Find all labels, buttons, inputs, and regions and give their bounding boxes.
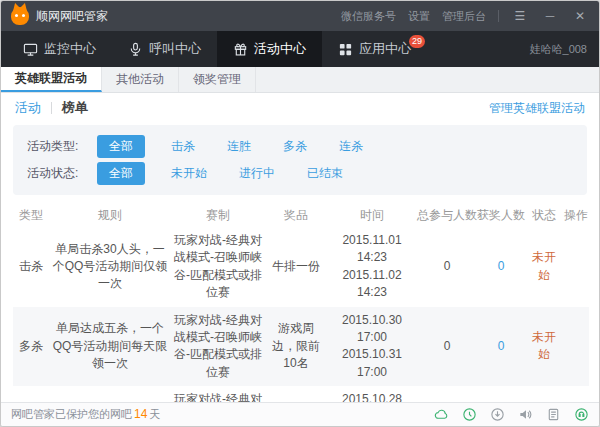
sub-nav: 活动 榜单 管理英雄联盟活动 [1, 93, 599, 123]
app-center-badge: 29 [409, 35, 425, 48]
winners-cell: 0 [477, 227, 525, 307]
column-header: 状态 [525, 203, 563, 227]
column-header: 总参与人数 [417, 203, 477, 227]
filter-panel: 活动类型: 全部 击杀 连胜 多杀 连杀 活动状态: 全部 未开始 进行中 已结… [13, 125, 587, 195]
minimize-button[interactable]: ─ [541, 7, 559, 25]
settings-link[interactable]: 设置 [408, 9, 430, 24]
status-cell: 未开始 [525, 307, 563, 387]
participants-cell: 0 [417, 227, 477, 307]
rule-cell: 单局达成五杀，一个QQ号活动期间每天限领一次 [49, 307, 171, 387]
filter-status-notstarted[interactable]: 未开始 [165, 162, 213, 185]
app-logo-icon [11, 7, 29, 25]
wechat-service-link[interactable]: 微信服务号 [341, 9, 396, 24]
prize-cell: 游戏周边，限前10名 [265, 307, 327, 387]
winners-cell: 0 [477, 307, 525, 387]
action-cell [563, 307, 589, 387]
column-header: 规则 [49, 203, 171, 227]
filter-type-kill[interactable]: 击杀 [165, 135, 201, 158]
manage-lol-activities-link[interactable]: 管理英雄联盟活动 [489, 100, 585, 117]
tab-lol-activity[interactable]: 英雄联盟活动 [1, 67, 102, 92]
filter-type-all[interactable]: 全部 [97, 135, 145, 158]
nav-monitor-center[interactable]: 监控中心 [7, 31, 112, 67]
download-icon[interactable] [490, 407, 505, 422]
protection-text: 网吧管家已保护您的网吧14天 [11, 407, 160, 422]
nav-label: 应用中心 [359, 40, 411, 58]
optimize-icon[interactable] [462, 407, 477, 422]
log-icon[interactable] [546, 407, 561, 422]
time-cell: 2015.10.30 17:002015.10.31 17:00 [327, 307, 417, 387]
format-cell: 玩家对战-经典对战模式-召唤师峡谷-匹配模式或排位赛 [171, 227, 265, 307]
admin-backend-link[interactable]: 管理后台 [442, 9, 486, 24]
nav-label: 监控中心 [44, 40, 96, 58]
speaker-icon[interactable] [518, 407, 533, 422]
column-header: 赛制 [171, 203, 265, 227]
service-icon[interactable] [574, 407, 589, 422]
microphone-icon [128, 42, 143, 57]
status-bar: 网吧管家已保护您的网吧14天 [1, 402, 599, 426]
table-row: 击杀 单局击杀30人头，一个QQ号活动期间仅领一次 玩家对战-经典对战模式-召唤… [13, 227, 589, 307]
column-header: 时间 [327, 203, 417, 227]
activity-tabs: 英雄联盟活动 其他活动 领奖管理 [1, 67, 599, 93]
table-header-row: 类型 规则 赛制 奖品 时间 总参与人数 获奖人数 状态 操作 [13, 203, 589, 227]
tab-prize-management[interactable]: 领奖管理 [179, 67, 256, 92]
nav-activity-center[interactable]: 活动中心 [217, 31, 322, 67]
app-title: 顺网网吧管家 [36, 8, 108, 25]
filter-status-all[interactable]: 全部 [97, 162, 145, 185]
app-window: 顺网网吧管家 微信服务号 设置 管理后台 ☰ ─ ✕ 监控中心 呼叫中心 活动中… [0, 0, 600, 427]
filter-status-ended[interactable]: 已结束 [301, 162, 349, 185]
action-cell [563, 227, 589, 307]
rule-cell: 单局击杀30人头，一个QQ号活动期间仅领一次 [49, 227, 171, 307]
time-cell: 2015.11.01 14:232015.11.02 14:23 [327, 227, 417, 307]
gift-icon [233, 42, 248, 57]
nav-label: 呼叫中心 [149, 40, 201, 58]
type-cell: 击杀 [13, 227, 49, 307]
title-bar: 顺网网吧管家 微信服务号 设置 管理后台 ☰ ─ ✕ [1, 1, 599, 31]
close-button[interactable]: ✕ [571, 7, 589, 25]
winners-count-link[interactable]: 0 [498, 339, 505, 353]
main-nav: 监控中心 呼叫中心 活动中心 应用中心 29 娃哈哈_008 [1, 31, 599, 67]
filter-label: 活动状态: [27, 165, 97, 182]
column-header: 类型 [13, 203, 49, 227]
prize-cell: 牛排一份 [265, 227, 327, 307]
filter-type-killstreak[interactable]: 连杀 [333, 135, 369, 158]
activity-table: 类型 规则 赛制 奖品 时间 总参与人数 获奖人数 状态 操作 击杀 单局击杀3… [1, 203, 599, 427]
filter-label: 活动类型: [27, 138, 97, 155]
filter-type-multikill[interactable]: 多杀 [277, 135, 313, 158]
nav-label: 活动中心 [254, 40, 306, 58]
protected-days: 14 [132, 407, 149, 421]
column-header: 奖品 [265, 203, 327, 227]
winners-count-link[interactable]: 0 [498, 259, 505, 273]
filter-status-ongoing[interactable]: 进行中 [233, 162, 281, 185]
nav-call-center[interactable]: 呼叫中心 [112, 31, 217, 67]
username[interactable]: 娃哈哈_008 [530, 42, 599, 57]
titlebar-divider [498, 10, 499, 22]
monitor-icon [23, 42, 38, 57]
table-row: 多杀 单局达成五杀，一个QQ号活动期间每天限领一次 玩家对战-经典对战模式-召唤… [13, 307, 589, 387]
menu-icon[interactable]: ☰ [511, 7, 529, 25]
status-cell: 未开始 [525, 227, 563, 307]
apps-grid-icon [338, 42, 353, 57]
type-cell: 多杀 [13, 307, 49, 387]
filter-activity-type: 活动类型: 全部 击杀 连胜 多杀 连杀 [27, 133, 573, 160]
column-header: 操作 [563, 203, 589, 227]
nav-app-center[interactable]: 应用中心 29 [322, 31, 427, 67]
subnav-divider [51, 102, 52, 114]
filter-activity-status: 活动状态: 全部 未开始 进行中 已结束 [27, 160, 573, 187]
column-header: 获奖人数 [477, 203, 525, 227]
participants-cell: 0 [417, 307, 477, 387]
format-cell: 玩家对战-经典对战模式-召唤师峡谷-匹配模式或排位赛 [171, 307, 265, 387]
cloud-icon[interactable] [434, 407, 449, 422]
subnav-activities[interactable]: 活动 [15, 99, 41, 117]
subnav-ranking[interactable]: 榜单 [62, 99, 88, 117]
filter-type-winstreak[interactable]: 连胜 [221, 135, 257, 158]
tab-other-activity[interactable]: 其他活动 [102, 67, 179, 92]
